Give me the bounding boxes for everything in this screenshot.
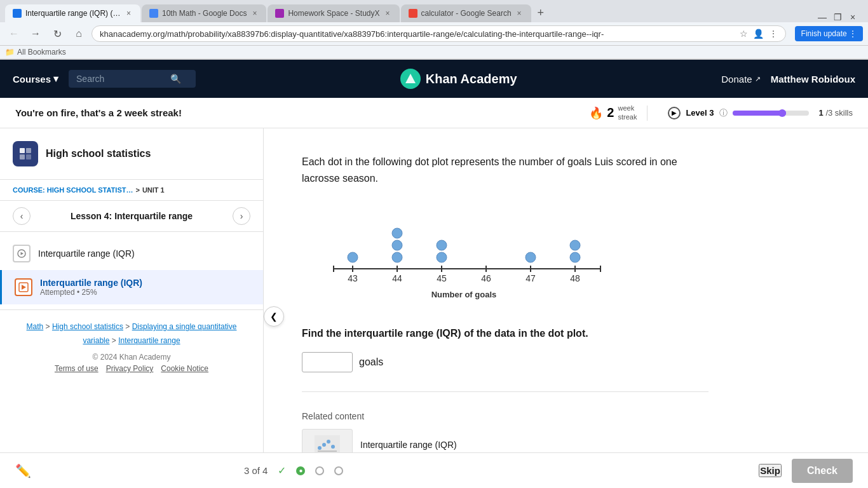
minimize-button[interactable]: — xyxy=(817,12,827,22)
level-label: Level 3 xyxy=(686,108,714,118)
svg-text:48: 48 xyxy=(570,273,580,283)
search-box[interactable]: 🔍 xyxy=(69,70,196,88)
courses-label: Courses xyxy=(13,74,51,85)
streak-bar: You're on fire, that's a 2 week streak! … xyxy=(0,98,868,128)
svg-text:46: 46 xyxy=(481,273,491,283)
tab-favicon-docs xyxy=(149,9,158,18)
url-text: khanacademy.org/math/probability/xa88397… xyxy=(100,29,735,39)
user-menu-button[interactable]: Matthew Robidoux xyxy=(771,74,855,85)
svg-rect-1 xyxy=(20,148,25,153)
pencil-tool-button[interactable]: ✏️ xyxy=(15,463,31,478)
practice-icon xyxy=(15,278,32,296)
tab-close-studyx[interactable]: × xyxy=(384,8,392,18)
question-text: Each dot in the following dot plot repre… xyxy=(302,154,709,186)
address-bar-row: ← → ↻ ⌂ khanacademy.org/math/probability… xyxy=(0,22,868,46)
streak-number: 2 xyxy=(607,105,614,120)
external-link-icon: ↗ xyxy=(755,75,761,83)
reload-button[interactable]: ↻ xyxy=(48,25,66,43)
home-button[interactable]: ⌂ xyxy=(70,25,88,43)
content-area: ❮ Each dot in the following dot plot rep… xyxy=(264,128,868,488)
courses-button[interactable]: Courses ▾ xyxy=(13,73,58,85)
svg-point-39 xyxy=(331,445,335,449)
skip-button[interactable]: Skip xyxy=(759,464,782,477)
lesson-next-button[interactable]: › xyxy=(233,207,250,225)
video-icon xyxy=(13,245,31,262)
svg-text:44: 44 xyxy=(392,273,402,283)
tab-close-iqr[interactable]: × xyxy=(125,8,133,18)
maximize-button[interactable]: ❐ xyxy=(832,12,843,22)
level-info-icon[interactable]: ⓘ xyxy=(719,107,728,119)
sidebar: High school statistics COURSE: HIGH SCHO… xyxy=(0,128,264,488)
sidebar-item-video[interactable]: Interquartile range (IQR) xyxy=(0,237,263,270)
privacy-link[interactable]: Privacy Policy xyxy=(106,364,154,373)
chevron-down-icon: ▾ xyxy=(53,73,58,85)
ka-header: Courses ▾ 🔍 Khan Academy Donate ↗ Matthe… xyxy=(0,60,868,98)
close-button[interactable]: × xyxy=(848,12,858,22)
collapse-icon: ❮ xyxy=(270,311,278,322)
finish-update-button[interactable]: Finish update ⋮ xyxy=(795,26,863,41)
footer-legal-links: Terms of use Privacy Policy Cookie Notic… xyxy=(13,364,250,373)
dot-upcoming xyxy=(334,466,343,475)
lesson-prev-button[interactable]: ‹ xyxy=(13,207,31,225)
sidebar-practice-sublabel: Attempted • 25% xyxy=(40,288,142,297)
level-play-button[interactable]: ▶ xyxy=(668,107,681,119)
dot-current xyxy=(315,466,324,475)
lesson-name: Lesson 4: Interquartile range xyxy=(36,211,227,221)
svg-point-31 xyxy=(526,252,536,262)
profile-icon[interactable]: 👤 xyxy=(753,29,764,39)
footer-math-link[interactable]: Math xyxy=(27,322,44,331)
tab-docs[interactable]: 10th Math - Google Docs × xyxy=(142,4,266,22)
practice-info: Interquartile range (IQR) Attempted • 25… xyxy=(40,278,142,297)
terms-link[interactable]: Terms of use xyxy=(55,364,98,373)
copyright: © 2024 Khan Academy xyxy=(13,353,250,362)
tab-iqr[interactable]: Interquartile range (IQR) (practi × xyxy=(5,4,140,22)
star-icon[interactable]: ☆ xyxy=(740,29,748,39)
ka-nav-right: Donate ↗ Matthew Robidoux xyxy=(721,74,855,85)
tab-favicon-calculator xyxy=(409,9,417,18)
svg-text:45: 45 xyxy=(437,273,447,283)
sidebar-course-title: High school statistics xyxy=(46,148,151,159)
forward-button[interactable]: → xyxy=(27,25,44,43)
tab-close-docs[interactable]: × xyxy=(250,8,259,18)
related-item-title[interactable]: Interquartile range (IQR) xyxy=(360,440,457,450)
donate-button[interactable]: Donate ↗ xyxy=(721,74,760,85)
tab-favicon-studyx xyxy=(275,9,284,18)
cookie-link[interactable]: Cookie Notice xyxy=(161,364,208,373)
sidebar-header: High school statistics xyxy=(0,128,263,180)
sidebar-item-practice[interactable]: Interquartile range (IQR) Attempted • 25… xyxy=(0,270,263,304)
footer-iqr-link[interactable]: Interquartile range xyxy=(118,336,180,345)
tab-close-calculator[interactable]: × xyxy=(515,8,524,18)
bottom-bar: ✏️ 3 of 4 ✓ ● Skip Check xyxy=(0,452,868,488)
svg-point-38 xyxy=(327,440,330,444)
main-layout: High school statistics COURSE: HIGH SCHO… xyxy=(0,128,868,488)
tab-favicon-iqr xyxy=(13,9,22,18)
footer-sep-1: > xyxy=(46,322,52,331)
svg-point-32 xyxy=(570,252,580,262)
dot-correct: ● xyxy=(296,466,305,475)
address-bar[interactable]: khanacademy.org/math/probability/xa88397… xyxy=(92,25,786,42)
svg-rect-3 xyxy=(20,154,25,159)
sidebar-course-icon xyxy=(13,141,38,166)
ka-logo-text: Khan Academy xyxy=(426,72,517,86)
address-icons: ☆ 👤 ⋮ xyxy=(740,29,778,39)
content-inner: Each dot in the following dot plot repre… xyxy=(264,128,747,486)
collapse-sidebar-button[interactable]: ❮ xyxy=(264,306,284,327)
tab-studyx[interactable]: Homework Space - StudyX × xyxy=(268,4,399,22)
bookmarks-bar: 📁 All Bookmarks xyxy=(0,46,868,59)
dot-plot-svg: 43 44 45 46 47 48 Number of goals xyxy=(302,205,620,301)
search-input[interactable] xyxy=(76,74,165,84)
footer-hss-link[interactable]: High school statistics xyxy=(52,322,123,331)
svg-rect-2 xyxy=(26,148,31,153)
tab-calculator[interactable]: calculator - Google Search × xyxy=(401,4,531,22)
answer-input[interactable] xyxy=(302,352,353,372)
check-button[interactable]: Check xyxy=(792,459,853,483)
new-tab-button[interactable]: + xyxy=(532,4,550,22)
sidebar-breadcrumb: COURSE: HIGH SCHOOL STATIST… > UNIT 1 xyxy=(13,186,250,194)
settings-icon[interactable]: ⋮ xyxy=(769,29,778,39)
back-button[interactable]: ← xyxy=(5,25,23,43)
svg-point-36 xyxy=(318,446,322,450)
breadcrumb-course-link[interactable]: COURSE: HIGH SCHOOL STATIST… xyxy=(13,186,133,194)
tab-label-iqr: Interquartile range (IQR) (practi xyxy=(25,9,121,18)
progress-bar-fill xyxy=(733,111,786,116)
lesson-nav: ‹ Lesson 4: Interquartile range › xyxy=(0,201,263,232)
